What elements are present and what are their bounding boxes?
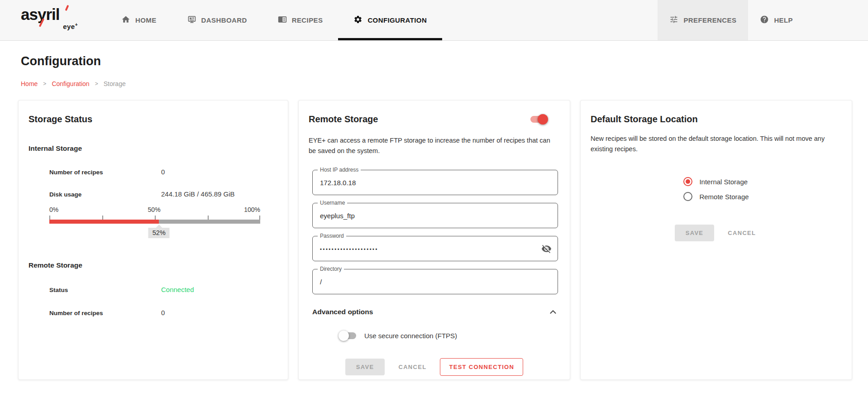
breadcrumb-storage: Storage <box>104 80 126 87</box>
advanced-options-toggle[interactable]: Advanced options <box>312 307 558 317</box>
remote-status-row: Status Connected <box>49 286 278 293</box>
radio-button-icon <box>683 177 692 186</box>
asyril-logo[interactable]: asyril eye+ <box>21 6 78 40</box>
visibility-off-icon[interactable] <box>541 244 552 254</box>
recipes-icon <box>278 15 287 25</box>
scale-label-100: 100% <box>244 206 260 213</box>
remote-storage-header: Remote Storage <box>309 114 560 125</box>
tick-mark <box>102 216 103 220</box>
nav-item-recipes[interactable]: RECIPES <box>262 0 339 40</box>
disk-usage-tooltip: 52% <box>148 228 170 238</box>
field-label: Password <box>318 233 346 239</box>
remote-storage-description: EYE+ can access a remote FTP storage to … <box>309 135 553 156</box>
tick-mark <box>259 216 260 220</box>
remote-storage-actions: SAVE CANCEL TEST CONNECTION <box>309 358 560 376</box>
field-label: Directory <box>318 266 344 272</box>
row-value: 0 <box>161 168 165 176</box>
page-title: Configuration <box>21 54 868 68</box>
row-value: 244.18 GiB / 465.89 GiB <box>161 190 235 198</box>
configuration-icon <box>353 15 362 25</box>
ftp-form: Host IP address 172.18.0.18 Username eye… <box>312 170 558 294</box>
radio-label: Remote Storage <box>699 193 749 201</box>
disk-usage-scale: 0% 50% 100% <box>49 206 260 215</box>
default-location-title: Default Storage Location <box>591 114 842 125</box>
main-nav: HOME DASHBOARD RECIPES CONFIGURATION <box>106 0 442 40</box>
row-label: Disk usage <box>49 191 161 198</box>
disk-usage-gauge: 0% 50% 100% 52% <box>49 206 260 243</box>
nav-label: PREFERENCES <box>683 16 736 24</box>
advanced-options-title: Advanced options <box>312 308 373 316</box>
storage-status-title: Storage Status <box>29 114 278 125</box>
password-field[interactable]: Password •••••••••••••••••••• <box>312 236 558 261</box>
secure-connection-label: Use secure connection (FTPS) <box>364 332 457 340</box>
preferences-icon <box>669 15 678 25</box>
row-label: Status <box>49 287 161 293</box>
internal-storage-subtitle: Internal Storage <box>29 144 278 153</box>
disk-usage-fill <box>49 220 159 224</box>
breadcrumb-separator: > <box>43 81 46 87</box>
directory-field[interactable]: Directory / <box>312 269 558 294</box>
row-value: 0 <box>161 309 165 316</box>
cancel-button[interactable]: CANCEL <box>396 359 428 375</box>
tick-mark <box>155 216 156 220</box>
save-button[interactable]: SAVE <box>345 359 385 375</box>
nav-label: CONFIGURATION <box>367 16 427 24</box>
nav-item-configuration[interactable]: CONFIGURATION <box>338 0 442 40</box>
username-field[interactable]: Username eyeplus_ftp <box>312 203 558 228</box>
scale-label-0: 0% <box>49 206 58 213</box>
cancel-button[interactable]: CANCEL <box>726 225 758 241</box>
radio-internal-storage[interactable]: Internal Storage <box>683 177 749 186</box>
help-icon <box>760 15 769 25</box>
nav-label: HELP <box>774 16 793 24</box>
toggle-thumb <box>339 331 349 341</box>
breadcrumb-separator: > <box>95 81 98 87</box>
home-icon <box>121 15 130 25</box>
breadcrumb-configuration[interactable]: Configuration <box>52 80 89 87</box>
row-label: Number of recipes <box>49 310 161 316</box>
password-value[interactable]: •••••••••••••••••••• <box>313 236 558 252</box>
scale-label-50: 50% <box>148 206 161 213</box>
dashboard-icon <box>187 15 196 25</box>
secure-connection-toggle[interactable] <box>339 331 358 341</box>
remote-storage-card: Remote Storage EYE+ can access a remote … <box>298 100 570 380</box>
radio-button-icon <box>683 192 692 201</box>
nav-item-preferences[interactable]: PREFERENCES <box>658 0 748 40</box>
storage-location-radio-group: Internal Storage Remote Storage <box>683 177 749 201</box>
host-ip-field[interactable]: Host IP address 172.18.0.18 <box>312 170 558 195</box>
disk-usage-row: Disk usage 244.18 GiB / 465.89 GiB <box>49 190 278 198</box>
tick-mark <box>208 216 209 220</box>
nav-item-home[interactable]: HOME <box>106 0 172 40</box>
field-label: Username <box>318 200 347 206</box>
remote-storage-subtitle: Remote Storage <box>29 261 278 269</box>
test-connection-button[interactable]: TEST CONNECTION <box>440 358 523 376</box>
secondary-nav: PREFERENCES HELP <box>658 0 805 40</box>
toggle-thumb <box>538 114 548 125</box>
breadcrumb-home[interactable]: Home <box>21 80 38 87</box>
secure-connection-row: Use secure connection (FTPS) <box>339 331 560 341</box>
default-location-description: New recipes will be stored on the defaul… <box>591 134 828 154</box>
directory-value[interactable]: / <box>313 269 558 286</box>
disk-usage-bar <box>49 220 260 224</box>
tick-mark <box>49 216 50 220</box>
chevron-up-icon[interactable] <box>548 307 558 317</box>
disk-usage-tooltip-row: 52% <box>49 228 260 243</box>
nav-item-help[interactable]: HELP <box>748 0 805 40</box>
nav-label: RECIPES <box>292 16 323 24</box>
radio-remote-storage[interactable]: Remote Storage <box>683 192 749 201</box>
username-value[interactable]: eyeplus_ftp <box>313 203 558 220</box>
radio-label: Internal Storage <box>699 178 748 186</box>
cards-container: Storage Status Internal Storage Number o… <box>18 100 853 380</box>
nav-label: HOME <box>135 16 157 24</box>
save-button[interactable]: SAVE <box>675 225 715 241</box>
storage-status-card: Storage Status Internal Storage Number o… <box>18 100 288 380</box>
radio-dot <box>686 179 690 184</box>
row-label: Number of recipes <box>49 169 161 176</box>
breadcrumb: Home > Configuration > Storage <box>21 80 868 87</box>
remote-storage-toggle[interactable] <box>529 114 548 125</box>
internal-recipes-row: Number of recipes 0 <box>49 168 278 176</box>
remote-recipes-row: Number of recipes 0 <box>49 309 278 316</box>
nav-item-dashboard[interactable]: DASHBOARD <box>172 0 262 40</box>
remote-storage-title: Remote Storage <box>309 114 378 125</box>
field-label: Host IP address <box>318 167 361 173</box>
default-location-card: Default Storage Location New recipes wil… <box>580 100 852 380</box>
